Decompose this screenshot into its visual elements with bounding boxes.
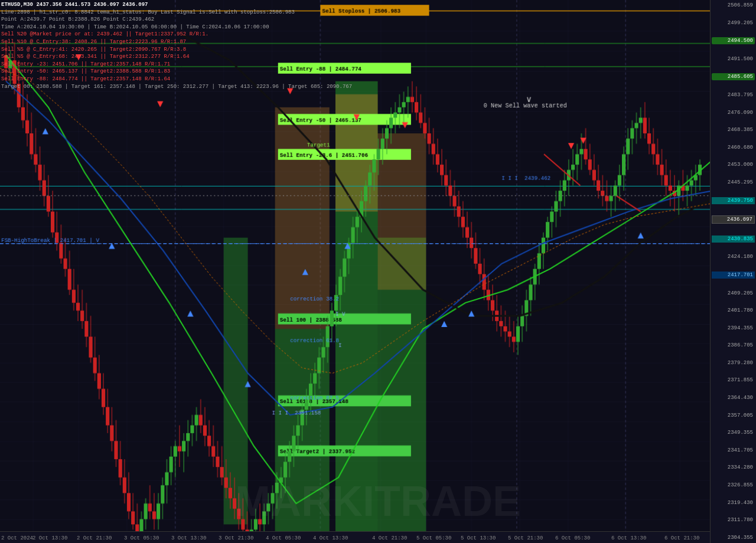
time-label-14: 6 Oct 13:30 — [611, 535, 646, 541]
chart-container: 2506.859 2499.205 2494.500 2491.500 2485… — [0, 0, 756, 543]
time-label-2: 2 Oct 13:30 — [32, 535, 67, 541]
time-label-9: 4 Oct 21:30 — [372, 535, 407, 541]
price-level-22: 2357.005 — [712, 413, 755, 418]
price-level-16: 2401.780 — [712, 308, 755, 313]
price-level-24: 2341.705 — [712, 447, 755, 453]
price-level-28: 2311.780 — [712, 517, 755, 523]
price-level-4: 2491.500 — [712, 56, 755, 62]
price-level-27: 2319.430 — [712, 500, 755, 506]
price-level-12: 2439.750 — [712, 197, 755, 204]
time-label-12: 5 Oct 21:30 — [508, 535, 543, 541]
price-level-fsb: 2417.701 — [712, 272, 755, 279]
price-level-14: 2424.180 — [712, 254, 755, 260]
time-label-13: 6 Oct 05:30 — [555, 535, 590, 541]
time-label-5: 3 Oct 13:30 — [171, 535, 206, 541]
price-level-13: 2430.835 — [712, 235, 755, 243]
price-current: 2436.097 — [712, 215, 755, 224]
time-axis: 2 Oct 2024 2 Oct 13:30 2 Oct 21:30 3 Oct… — [0, 531, 710, 543]
time-label-4: 3 Oct 05:30 — [124, 535, 159, 541]
time-label-8: 4 Oct 13:30 — [313, 535, 348, 541]
time-label-10: 5 Oct 05:30 — [416, 535, 451, 541]
price-level-6: 2483.795 — [712, 92, 755, 98]
price-level-15: 2409.205 — [712, 290, 755, 296]
chart-canvas — [0, 0, 726, 543]
price-level-2: 2499.205 — [712, 20, 755, 26]
price-level-29: 2304.355 — [712, 535, 755, 541]
time-label-6: 3 Oct 21:30 — [219, 535, 253, 541]
time-label-11: 5 Oct 13:30 — [461, 535, 496, 541]
price-level-9: 2460.680 — [712, 145, 755, 151]
price-level-20: 2371.855 — [712, 377, 755, 383]
price-level-11: 2445.295 — [712, 179, 755, 185]
price-level-17: 2394.355 — [712, 325, 755, 331]
time-label-15: 6 Oct 21:30 — [664, 535, 699, 541]
time-label-3: 2 Oct 21:30 — [77, 535, 112, 541]
price-level-19: 2379.280 — [712, 360, 755, 366]
time-label-7: 4 Oct 05:30 — [266, 535, 301, 541]
price-level-3: 2494.500 — [712, 37, 755, 44]
price-level-25: 2334.280 — [712, 465, 755, 470]
time-label-1: 2 Oct 2024 — [1, 535, 33, 541]
price-level-5: 2485.605 — [712, 73, 755, 80]
price-level-8: 2468.385 — [712, 127, 755, 133]
price-level-21: 2364.430 — [712, 395, 755, 401]
price-level-23: 2349.355 — [712, 430, 755, 436]
price-level-26: 2326.855 — [712, 482, 755, 488]
price-level-1: 2506.859 — [712, 2, 755, 8]
price-level-18: 2386.705 — [712, 342, 755, 348]
price-level-10: 2453.000 — [712, 162, 755, 168]
price-axis: 2506.859 2499.205 2494.500 2491.500 2485… — [710, 0, 756, 543]
price-level-7: 2476.090 — [712, 110, 755, 116]
